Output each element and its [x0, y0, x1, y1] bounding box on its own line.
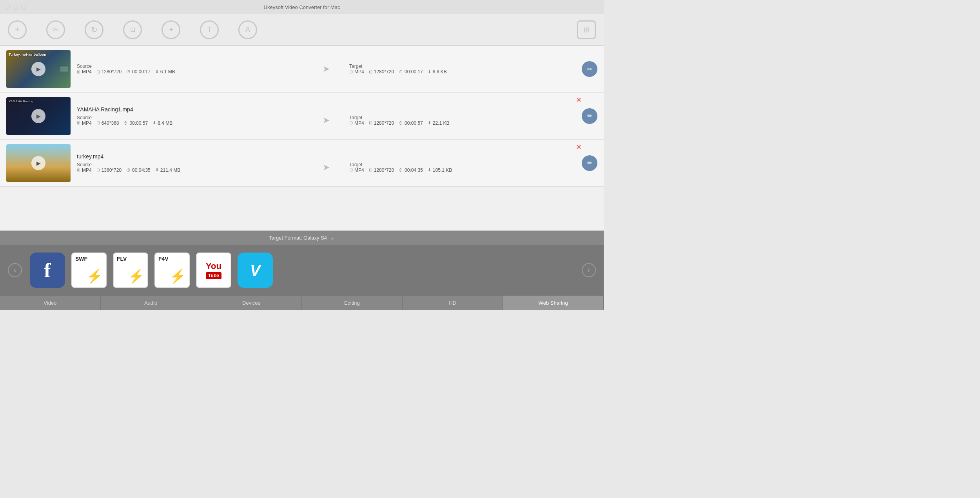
close-button-2[interactable]: ✕ — [576, 96, 582, 104]
content-wrapper: Turkey, hot-air balloon ▶ Source ⊞ — [0, 45, 604, 310]
tab-audio[interactable]: Audio — [101, 296, 201, 310]
source-label-3: Source — [77, 162, 303, 167]
t2-format: ⊞ MP4 — [349, 120, 364, 126]
format-prev-button[interactable]: ‹ — [8, 263, 22, 277]
t3-res: ⊡ 1280*720 — [369, 167, 394, 173]
format-icon-t: ⊞ — [349, 69, 353, 75]
format-bar-text: Target Format: Galaxy S4 — [269, 235, 327, 241]
swf-label: SWF — [75, 256, 87, 262]
watermark-icon[interactable]: A — [238, 20, 257, 39]
vimeo-v-letter: V — [250, 262, 261, 279]
youtube-text: You — [206, 261, 221, 271]
source-resolution-1: ⊡ 1280*720 — [96, 69, 122, 75]
dur-icon-t: ⏱ — [399, 69, 403, 74]
swf-flash-icon: ⚡ — [86, 268, 103, 284]
source-meta-3: ⊞ MP4 ⊡ 1360*720 ⏱ 00:04:35 ⬇ 211.4 MB — [77, 167, 303, 173]
di3: ⏱ — [126, 168, 131, 173]
res-icon-t: ⊡ — [369, 69, 372, 75]
toolbar: + ✂ ↻ ⊡ ✦ T A ⊞ — [0, 14, 604, 45]
play-button-2[interactable]: ▶ — [31, 109, 45, 123]
effect-icon[interactable]: ✦ — [162, 20, 180, 39]
edit-button-3[interactable]: ✏ — [582, 155, 597, 171]
add-icon[interactable]: + — [8, 20, 27, 39]
maximize-button[interactable] — [21, 5, 26, 10]
s3-res: ⊡ 1360*720 — [96, 167, 122, 173]
tab-video[interactable]: Video — [0, 296, 101, 310]
edit-button-1[interactable]: ✏ — [582, 61, 597, 77]
size-icon: ⬇ — [155, 69, 159, 75]
flv-flash-icon: ⚡ — [128, 268, 144, 284]
format-facebook-icon[interactable]: f — [30, 253, 65, 288]
tab-editing[interactable]: Editing — [302, 296, 403, 310]
video-info-3: turkey.mp4 Source ⊞ MP4 ⊡ 1360*720 ⏱ 00:… — [77, 153, 575, 173]
minimize-button[interactable] — [13, 5, 18, 10]
ri4: ⊡ — [369, 167, 372, 173]
video-item-2: ✕ YAMAHA Racing ▶ YAMAHA Racing1.mp4 Sou… — [0, 93, 604, 140]
video-name-2: YAMAHA Racing1.mp4 — [77, 106, 575, 113]
format-icon: ⊞ — [77, 69, 80, 75]
tab-hd[interactable]: HD — [403, 296, 503, 310]
flv-label: FLV — [117, 256, 127, 262]
t2-size: ⬇ 22.1 KB — [428, 120, 450, 126]
arrow-2: ➤ — [323, 115, 330, 125]
thumbnail-3: ▶ — [6, 144, 71, 182]
cut-icon[interactable]: ✂ — [46, 20, 65, 39]
ri3: ⊡ — [96, 167, 100, 173]
thumbnail-2: YAMAHA Racing ▶ — [6, 97, 71, 135]
convert-icon[interactable]: ↻ — [85, 20, 103, 39]
si3: ⬇ — [155, 167, 159, 173]
t2-dur: ⏱ 00:00:57 — [399, 120, 423, 126]
format-bar-chevron[interactable]: ⌄ — [330, 234, 335, 241]
format-swf-icon[interactable]: SWF ⚡ — [71, 253, 107, 288]
fi: ⊞ — [77, 120, 80, 125]
di4: ⏱ — [399, 168, 403, 173]
settings-icon[interactable]: ⊞ — [577, 20, 596, 39]
traffic-lights — [5, 5, 26, 10]
ri: ⊡ — [96, 120, 100, 125]
t3-size: ⬇ 105.1 KB — [428, 167, 452, 173]
thumbnail-text-1: Turkey, hot-air balloon — [9, 53, 46, 56]
play-button-1[interactable]: ▶ — [31, 62, 45, 76]
format-flv-icon[interactable]: FLV ⚡ — [113, 253, 148, 288]
size-icon-t: ⬇ — [428, 69, 431, 75]
tab-devices[interactable]: Devices — [201, 296, 302, 310]
res-icon: ⊡ — [96, 69, 100, 75]
tab-bar: Video Audio Devices Editing HD Web Shari… — [0, 296, 604, 310]
s2-size: ⬇ 8.4 MB — [152, 120, 172, 126]
target-meta-2: ⊞ MP4 ⊡ 1280*720 ⏱ 00:00:57 ⬇ 22.1 KB — [349, 120, 575, 126]
thumbnail-1: Turkey, hot-air balloon ▶ — [6, 50, 71, 88]
t3-dur: ⏱ 00:04:35 — [399, 167, 423, 173]
si4: ⬇ — [428, 167, 431, 173]
target-label-1: Target — [349, 64, 575, 69]
play-button-3[interactable]: ▶ — [31, 156, 45, 170]
target-size-1: ⬇ 6.6 KB — [428, 69, 447, 75]
source-label-1: Source — [77, 64, 303, 69]
format-next-button[interactable]: › — [582, 263, 596, 277]
format-f4v-icon[interactable]: F4V ⚡ — [154, 253, 190, 288]
source-label-2: Source — [77, 115, 303, 120]
s2-res: ⊡ 640*368 — [96, 120, 119, 126]
s2-format: ⊞ MP4 — [77, 120, 92, 126]
source-meta-1: ⊞ MP4 ⊡ 1280*720 ⏱ 00:00:17 — [77, 69, 303, 75]
format-youtube-icon[interactable]: You Tube — [196, 253, 231, 288]
text-icon[interactable]: T — [200, 20, 219, 39]
crop-icon[interactable]: ⊡ — [123, 20, 142, 39]
toolbar-icons: + ✂ ↻ ⊡ ✦ T A — [8, 20, 257, 39]
format-vimeo-icon[interactable]: V — [238, 253, 273, 288]
close-button-3[interactable]: ✕ — [576, 143, 582, 151]
close-button[interactable] — [5, 5, 10, 10]
tab-web-sharing[interactable]: Web Sharing — [503, 296, 604, 310]
dur-icon: ⏱ — [126, 69, 131, 74]
target-format-1: ⊞ MP4 — [349, 69, 364, 75]
source-size-1: ⬇ 6.1 MB — [155, 69, 175, 75]
si2: ⬇ — [428, 120, 431, 125]
t2-res: ⊡ 1280*720 — [369, 120, 394, 126]
target-resolution-1: ⊡ 1280*720 — [369, 69, 394, 75]
target-meta-1: ⊞ MP4 ⊡ 1280*720 ⏱ 00:00:17 — [349, 69, 575, 75]
edit-button-2[interactable]: ✏ — [582, 108, 597, 124]
thumbnail-text-2: YAMAHA Racing — [9, 100, 33, 103]
arrow-1: ➤ — [323, 64, 330, 74]
format-panel: ‹ f SWF ⚡ FLV ⚡ — [0, 245, 604, 296]
video-item: Turkey, hot-air balloon ▶ Source ⊞ — [0, 45, 604, 93]
t3-format: ⊞ MP4 — [349, 167, 364, 173]
